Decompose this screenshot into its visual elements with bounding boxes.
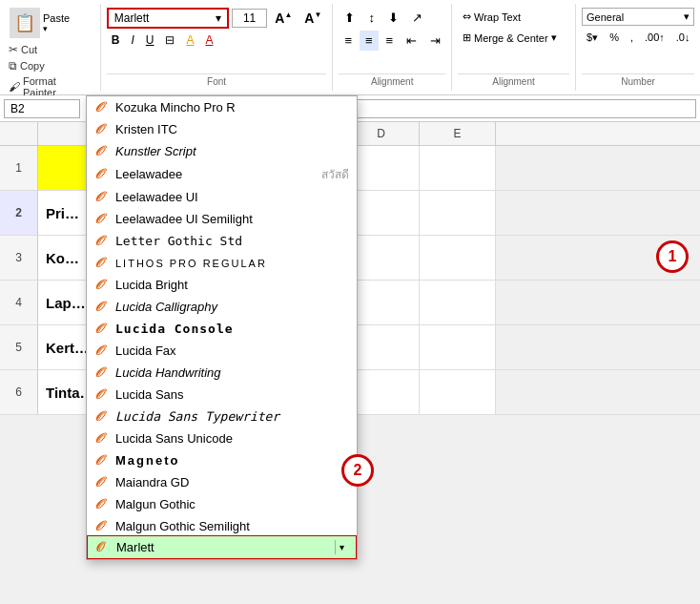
- decrease-decimal-button[interactable]: .0↓: [671, 29, 695, 47]
- font-list-item[interactable]: 𝒪 Magneto: [87, 449, 357, 471]
- increase-decimal-button[interactable]: .00↑: [640, 29, 669, 47]
- font-o-marker: 𝒪: [94, 452, 108, 469]
- font-dropdown-arrow-icon: ▾: [216, 11, 221, 25]
- row-number-3: 3: [0, 236, 38, 280]
- italic-button[interactable]: I: [126, 31, 138, 49]
- font-list-item[interactable]: 𝒪 Lucida Sans: [87, 384, 357, 406]
- ribbon: 📋 Paste ▾ ✂ Cut ⧉ Copy 🖌 Format Painter: [0, 0, 700, 95]
- name-box-input[interactable]: [4, 99, 80, 118]
- font-list-item-name: Kunstler Script: [115, 144, 196, 158]
- percent-button[interactable]: %: [605, 29, 624, 47]
- number-label: Number: [582, 73, 694, 87]
- wrap-text-button[interactable]: ⇔ Wrap Text: [458, 8, 569, 26]
- dollar-button[interactable]: $▾: [582, 29, 603, 47]
- paste-button[interactable]: 📋 Paste ▾: [6, 6, 94, 40]
- font-list-item-name: Letter Gothic Std: [115, 234, 242, 248]
- indent-decrease-button[interactable]: ⇤: [401, 31, 422, 51]
- cell-e5[interactable]: [420, 325, 496, 369]
- font-list-item[interactable]: 𝒪 Kozuka Mincho Pro R: [87, 96, 357, 118]
- font-name-row: Marlett ▾ 11 A▲ A▼: [107, 8, 327, 29]
- fill-color-button[interactable]: A: [181, 31, 198, 49]
- font-list-item[interactable]: 𝒪 Lucida Fax: [87, 340, 357, 362]
- align-bottom-row: ≡ ≡ ≡ ⇤ ⇥: [339, 31, 445, 51]
- font-list-item[interactable]: 𝒪 Kunstler Script: [87, 140, 357, 162]
- align-center-button[interactable]: ≡: [360, 31, 379, 51]
- cell-e1[interactable]: [420, 146, 496, 190]
- font-list-item[interactable]: 𝒪 Lucida Bright: [87, 274, 357, 296]
- font-list-item[interactable]: 𝒪 Leelawadee UI Semilight: [87, 208, 357, 230]
- font-list-item-name: Leelawadee: [115, 167, 182, 181]
- font-list-item[interactable]: 𝒪 Lucida Calligraphy: [87, 296, 357, 318]
- row-number-4: 4: [0, 281, 38, 324]
- comma-button[interactable]: ,: [626, 29, 638, 47]
- font-list-item[interactable]: 𝒪 Lucida Sans Unicode: [87, 427, 357, 449]
- border-button[interactable]: ⊟: [160, 31, 179, 49]
- font-o-marker: 𝒪: [94, 343, 108, 359]
- align-top-button[interactable]: ⬆: [339, 8, 360, 28]
- font-o-marker: 𝒪: [94, 430, 108, 447]
- row-number-6: 6: [0, 370, 38, 414]
- font-list-item-name: Kozuka Mincho Pro R: [115, 100, 236, 115]
- merge-center-button[interactable]: ⊞ Merge & Center ▾: [458, 29, 569, 47]
- align-middle-button[interactable]: ↕: [362, 8, 381, 28]
- grow-font-button[interactable]: A▲: [270, 9, 297, 28]
- font-list-item[interactable]: 𝒪 Lucida Console: [87, 318, 357, 340]
- alignment-label2: Alignment: [458, 73, 569, 87]
- font-list-item[interactable]: 𝒪 Kristen ITC: [87, 118, 357, 140]
- font-list-item-name: Lucida Handwriting: [115, 365, 221, 380]
- font-list-item[interactable]: 𝒪 Lucida Handwriting: [87, 362, 357, 384]
- row-number-2: 2: [0, 191, 38, 235]
- font-list-item[interactable]: 𝒪 Malgun Gothic: [87, 493, 357, 515]
- number-format-value: General: [587, 11, 624, 23]
- align-bottom-button[interactable]: ⬇: [382, 8, 404, 28]
- text-angle-button[interactable]: ↗: [406, 8, 428, 28]
- font-list-item[interactable]: 𝒪 Leelawadee สวัสดี: [87, 162, 357, 186]
- font-list-item[interactable]: 𝒪 Letter Gothic Std: [87, 230, 357, 252]
- bold-button[interactable]: B: [107, 31, 125, 49]
- font-list-item[interactable]: 𝒪 Lucida Sans Typewriter: [87, 406, 357, 427]
- font-size-value: 11: [243, 11, 256, 25]
- wrap-text-icon: ⇔: [463, 10, 471, 23]
- font-selected-box[interactable]: 𝒪 Marlett ▾: [87, 535, 357, 559]
- font-o-marker: 𝒪: [94, 255, 108, 271]
- font-list-item-name: Lucida Fax: [115, 344, 176, 358]
- annotation-label-1: 1: [669, 248, 677, 265]
- alignment-label: Alignment: [339, 73, 445, 87]
- annotation-badge-1: 1: [656, 240, 689, 273]
- font-label: Font: [107, 73, 327, 87]
- font-size-box[interactable]: 11: [232, 9, 268, 28]
- cell-e6[interactable]: [420, 370, 496, 414]
- cell-e4[interactable]: [420, 281, 496, 324]
- font-list-item[interactable]: 𝒪 Malgun Gothic Semilight: [87, 515, 357, 535]
- font-list-item-name: Lucida Calligraphy: [115, 300, 217, 314]
- font-o-marker: 𝒪: [94, 233, 108, 249]
- font-list-item-name: Lucida Bright: [115, 278, 188, 292]
- col-header-e[interactable]: E: [420, 122, 496, 145]
- number-format-box[interactable]: General ▾: [582, 8, 694, 26]
- row-number-5: 5: [0, 325, 38, 369]
- number-section: General ▾ $▾ % , .00↑ .0↓ Number: [576, 4, 700, 91]
- shrink-font-button[interactable]: A▼: [299, 9, 326, 28]
- font-name-box[interactable]: Marlett ▾: [107, 8, 229, 29]
- cell-e3[interactable]: [420, 236, 496, 280]
- copy-button[interactable]: ⧉ Copy: [6, 58, 94, 73]
- align-right-button[interactable]: ≡: [381, 31, 400, 51]
- cut-button[interactable]: ✂ Cut: [6, 42, 94, 57]
- font-o-marker: 𝒪: [94, 189, 108, 205]
- font-o-marker: 𝒪: [94, 277, 108, 293]
- font-list-item-name: Leelawadee UI: [115, 190, 198, 204]
- font-list-item[interactable]: 𝒪 Maiandra GD: [87, 471, 357, 493]
- font-color-button[interactable]: A: [200, 31, 217, 49]
- font-o-icon: 𝒪: [95, 539, 109, 555]
- annotation-label-2: 2: [354, 462, 362, 479]
- font-list-item[interactable]: 𝒪 Lithos Pro Regular: [87, 252, 357, 274]
- indent-increase-button[interactable]: ⇥: [424, 31, 446, 51]
- clipboard-group: 📋 Paste ▾ ✂ Cut ⧉ Copy 🖌 Format Painter: [6, 6, 94, 99]
- font-list-item[interactable]: 𝒪 Leelawadee UI: [87, 186, 357, 208]
- font-o-marker: 𝒪: [94, 408, 108, 425]
- align-left-button[interactable]: ≡: [339, 31, 358, 51]
- underline-button[interactable]: U: [141, 31, 159, 49]
- cell-e2[interactable]: [420, 191, 496, 235]
- font-dropdown-arrow-button[interactable]: ▾: [335, 540, 348, 554]
- font-selected-value: Marlett: [116, 540, 154, 554]
